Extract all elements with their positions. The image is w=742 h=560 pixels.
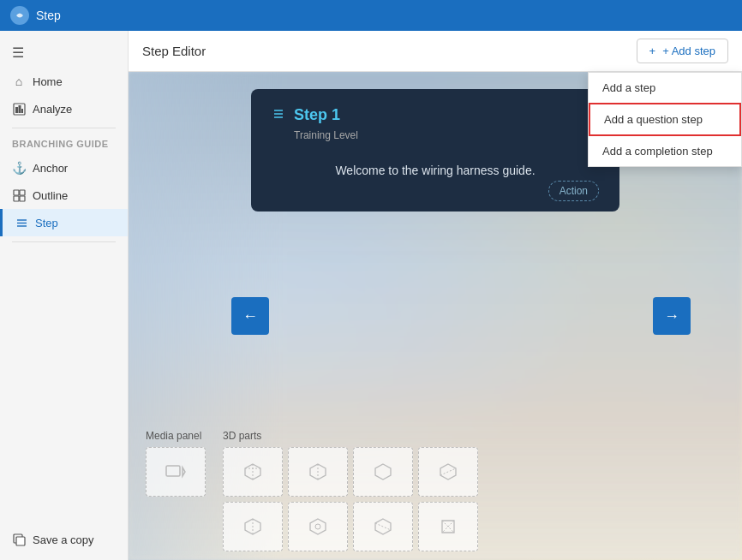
add-step-button[interactable]: + + Add step: [637, 39, 728, 63]
sidebar-item-outline-label: Outline: [33, 189, 68, 202]
right-arrow-icon: →: [664, 307, 679, 325]
svg-rect-7: [14, 196, 19, 201]
part-cell-1[interactable]: [223, 447, 283, 497]
left-arrow-icon: ←: [242, 307, 258, 325]
media-panel-grid: [146, 447, 206, 497]
part-cell-8[interactable]: [418, 502, 478, 551]
sidebar-item-step-label: Step: [35, 217, 58, 229]
svg-rect-4: [21, 109, 23, 113]
sidebar-item-analyze-label: Analyze: [33, 103, 72, 116]
add-step-plus-icon: +: [649, 45, 656, 57]
home-icon: ⌂: [12, 74, 26, 88]
sidebar-item-anchor[interactable]: ⚓ Anchor: [0, 154, 128, 182]
outline-icon: [12, 188, 26, 202]
media-panel-label: Media panel: [146, 430, 206, 442]
sidebar-item-outline[interactable]: Outline: [0, 182, 128, 209]
editor-title: Step Editor: [142, 44, 206, 58]
dropdown-menu: Add a step Add a question step Add a com…: [588, 72, 742, 167]
svg-point-24: [315, 524, 320, 529]
hamburger-icon[interactable]: ☰: [0, 38, 128, 68]
svg-rect-6: [20, 190, 25, 195]
parts-panel-label: 3D parts: [223, 430, 478, 442]
app-title: Step: [36, 9, 61, 22]
part-cell-3[interactable]: [353, 447, 413, 497]
dropdown-item-add-question-step[interactable]: Add a question step: [589, 103, 741, 136]
part-cell-6[interactable]: [288, 502, 348, 551]
sidebar-divider-2: [12, 241, 116, 242]
sidebar-item-analyze[interactable]: Analyze: [0, 95, 128, 122]
step-icon: [15, 216, 28, 229]
sidebar-section-label: Branching Guide: [0, 134, 128, 154]
sidebar-item-save-copy-label: Save a copy: [33, 533, 94, 546]
action-button[interactable]: Action: [548, 181, 599, 201]
parts-panel-grid: [223, 447, 478, 551]
add-step-label: + Add step: [662, 45, 715, 57]
step-card-header: Step 1: [272, 106, 599, 124]
titlebar: Step: [0, 0, 742, 31]
svg-rect-5: [14, 190, 19, 195]
nav-arrow-right[interactable]: →: [653, 297, 691, 335]
step-card-title: Step 1: [294, 106, 340, 124]
svg-rect-13: [16, 537, 25, 545]
panels-area: Media panel 3D parts: [129, 421, 742, 560]
parts-panel-section: 3D parts: [223, 430, 478, 551]
step-card-subtitle: Training Level: [294, 129, 599, 141]
sidebar-item-anchor-label: Anchor: [33, 162, 68, 175]
svg-rect-8: [20, 196, 25, 201]
dropdown-item-add-step[interactable]: Add a step: [589, 73, 741, 103]
part-cell-5[interactable]: [223, 502, 283, 551]
editor-header: Step Editor + + Add step Add a step Add …: [129, 31, 742, 72]
app-logo: [10, 6, 29, 25]
step-card-body: Welcome to the wiring harness guide.: [272, 155, 599, 186]
nav-arrow-left[interactable]: ←: [231, 297, 269, 335]
part-cell-4[interactable]: [418, 447, 478, 497]
part-cell-7[interactable]: [353, 502, 413, 551]
dropdown-item-add-completion-step[interactable]: Add a completion step: [589, 136, 741, 166]
sidebar-item-home-label: Home: [33, 75, 63, 88]
analyze-icon: [12, 102, 26, 116]
sidebar-item-home[interactable]: ⌂ Home: [0, 68, 128, 95]
save-copy-icon: [12, 533, 26, 546]
step-card: Step 1 Training Level Welcome to the wir…: [251, 89, 619, 211]
sidebar-item-step[interactable]: Step: [0, 209, 128, 236]
main-content: Step Editor + + Add step Add a step Add …: [129, 31, 742, 560]
svg-rect-2: [15, 107, 18, 113]
svg-marker-18: [183, 468, 185, 476]
sidebar-item-save-copy[interactable]: Save a copy: [0, 526, 128, 553]
part-cell-2[interactable]: [288, 447, 348, 497]
sidebar-divider-1: [12, 128, 116, 128]
media-panel-cell[interactable]: [146, 447, 206, 497]
svg-line-25: [375, 523, 391, 530]
svg-line-22: [440, 468, 456, 475]
svg-rect-17: [166, 466, 180, 476]
svg-rect-3: [18, 105, 21, 113]
sidebar: ☰ ⌂ Home Analyze Branching Guide ⚓ Ancho…: [0, 31, 129, 560]
step-card-list-icon: [272, 107, 285, 124]
anchor-icon: ⚓: [12, 161, 26, 175]
media-panel-section: Media panel: [146, 430, 206, 551]
